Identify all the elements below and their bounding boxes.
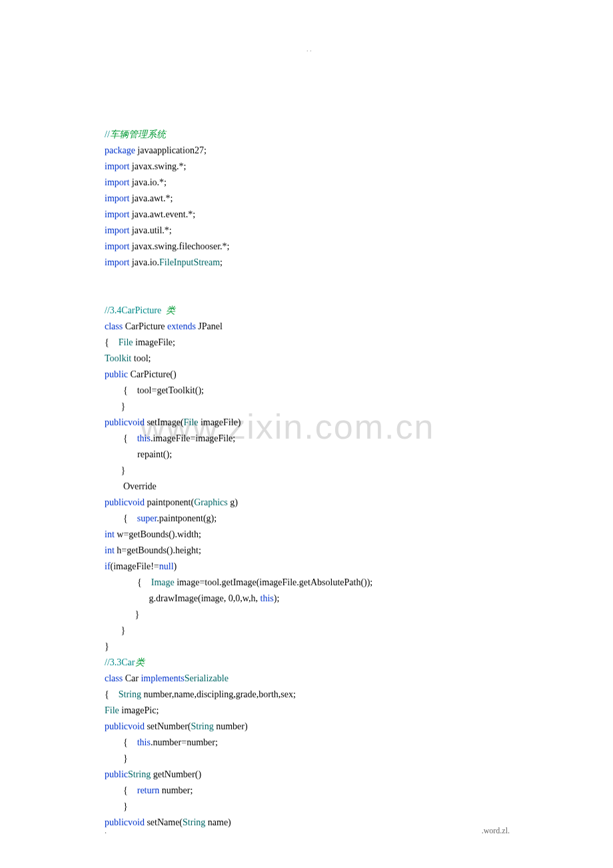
keyword: void — [128, 417, 145, 427]
code-text: { — [105, 433, 137, 443]
code-text: javaapplication27; — [135, 145, 207, 155]
code-text: repaint(); — [105, 449, 172, 459]
code-text: .paintponent(g); — [157, 513, 217, 523]
code-text: Override — [105, 481, 157, 491]
comment: //3.4CarPicture — [105, 305, 161, 315]
code-text: setImage( — [145, 417, 184, 427]
code-text: ; — [220, 257, 223, 267]
code-text: Car — [123, 673, 141, 683]
keyword: public — [105, 721, 128, 731]
code-text: ) — [174, 561, 177, 571]
comment-text: 类 — [135, 657, 145, 667]
code-text: { — [105, 689, 119, 699]
code-text: g) — [228, 497, 238, 507]
keyword: class — [105, 673, 123, 683]
code-text: w=getBounds().width; — [115, 529, 201, 539]
keyword: import — [105, 241, 129, 251]
code-text: tool; — [131, 353, 151, 363]
code-text: } — [105, 625, 125, 635]
keyword: import — [105, 257, 129, 267]
keyword: implements — [141, 673, 184, 683]
type: File — [184, 417, 199, 427]
keyword: import — [105, 209, 129, 219]
keyword: this — [261, 593, 274, 603]
code-text: .number=number; — [151, 737, 218, 747]
code-text: { — [105, 737, 137, 747]
keyword: void — [128, 721, 145, 731]
code-text: getNumber() — [151, 769, 201, 779]
code-text: number) — [214, 721, 248, 731]
comment-text: 车辆管理系统 — [110, 129, 166, 139]
code-text: { tool=getToolkit(); — [105, 385, 204, 395]
code-text: java.io.*; — [129, 177, 167, 187]
code-text: JPanel — [196, 321, 223, 331]
type: String — [128, 769, 151, 779]
comment-text: 类 — [166, 305, 175, 315]
keyword: public — [105, 417, 128, 427]
code-text: { — [105, 513, 137, 523]
code-text: (imageFile!= — [111, 561, 159, 571]
keyword: super — [137, 513, 157, 523]
keyword: class — [105, 321, 123, 331]
keyword: public — [105, 369, 128, 379]
code-text: number; — [159, 785, 193, 795]
code-text: } — [105, 609, 139, 619]
type: String — [119, 689, 141, 699]
code-text: .imageFile=imageFile; — [151, 433, 235, 443]
code-text: CarPicture — [123, 321, 167, 331]
code-text: setNumber( — [145, 721, 191, 731]
page: . . www.zixin.com.cn //车辆管理系统 package ja… — [0, 0, 613, 868]
code-text: h=getBounds().height; — [115, 545, 201, 555]
code-text: } — [105, 465, 125, 475]
code-text: setName( — [145, 817, 183, 827]
code-text: javax.swing.*; — [129, 161, 186, 171]
keyword: import — [105, 161, 129, 171]
code-text: } — [105, 801, 128, 811]
keyword: return — [137, 785, 159, 795]
keyword: void — [128, 817, 145, 827]
keyword: int — [105, 545, 115, 555]
type: Graphics — [194, 497, 228, 507]
keyword: package — [105, 145, 135, 155]
comment: //3.3Car — [105, 657, 135, 667]
code-text: java.awt.*; — [129, 193, 173, 203]
code-text: imageFile; — [133, 337, 175, 347]
keyword: extends — [167, 321, 196, 331]
keyword: this — [137, 433, 151, 443]
code-text: { — [105, 785, 137, 795]
type: File — [119, 337, 133, 347]
code-text: } — [105, 641, 109, 651]
code-text: java.io. — [129, 257, 159, 267]
code-text: { — [105, 577, 151, 587]
code-block: //车辆管理系统 package javaapplication27; impo… — [0, 47, 613, 831]
keyword: null — [159, 561, 174, 571]
code-text: number,name,discipling,grade,borth,sex; — [141, 689, 296, 699]
code-text: ); — [274, 593, 280, 603]
keyword: int — [105, 529, 115, 539]
keyword: import — [105, 225, 129, 235]
keyword: import — [105, 193, 129, 203]
type: Image — [151, 577, 175, 587]
code-text: g.drawImage(image, 0,0,w,h, — [105, 593, 261, 603]
code-text: paintponent( — [145, 497, 194, 507]
keyword: this — [137, 737, 151, 747]
code-text: image=tool.getImage(imageFile.getAbsolut… — [175, 577, 373, 587]
type: Toolkit — [105, 353, 131, 363]
keyword: void — [128, 497, 145, 507]
code-text: { — [105, 337, 119, 347]
code-text: name) — [205, 817, 231, 827]
type: String — [183, 817, 205, 827]
keyword: if — [105, 561, 111, 571]
code-text: } — [105, 401, 125, 411]
code-text: java.util.*; — [129, 225, 171, 235]
code-text: } — [105, 753, 128, 763]
keyword: public — [105, 817, 128, 827]
comment: // — [105, 129, 110, 139]
type: String — [191, 721, 213, 731]
code-text: imageFile) — [198, 417, 241, 427]
code-text: java.awt.event.*; — [129, 209, 195, 219]
keyword: public — [105, 497, 128, 507]
code-text: CarPicture() — [128, 369, 177, 379]
keyword: public — [105, 769, 128, 779]
code-text: javax.swing.filechooser.*; — [129, 241, 229, 251]
